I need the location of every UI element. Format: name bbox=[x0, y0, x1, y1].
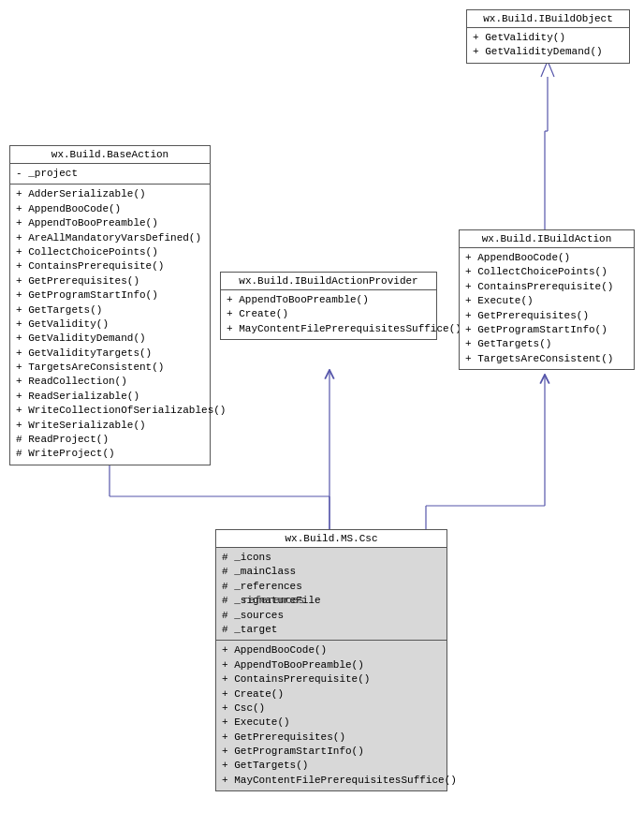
ms-csc-methods: + AppendBooCode() + AppendToBooPreamble(… bbox=[216, 641, 446, 790]
field-line: # _references bbox=[222, 580, 441, 594]
field-line: - _project bbox=[16, 167, 204, 181]
method-line: + Csc() bbox=[222, 701, 441, 716]
method-line: + GetPrerequisites() bbox=[16, 274, 204, 288]
ibuild-action-box: wx.Build.IBuildAction + AppendBooCode() … bbox=[459, 229, 635, 370]
method-line: + GetPrerequisites() bbox=[465, 309, 628, 323]
method-line: + ContainsPrerequisite() bbox=[16, 259, 204, 273]
method-line: + CollectChoicePoints() bbox=[16, 245, 204, 259]
method-line: + GetValidityDemand() bbox=[16, 332, 204, 346]
method-line: + GetProgramStartInfo() bbox=[16, 288, 204, 303]
method-line: + TargetsAreConsistent() bbox=[16, 361, 204, 375]
method-line: + WriteSerializable() bbox=[16, 419, 204, 433]
base-action-box: wx.Build.BaseAction - _project + AdderSe… bbox=[9, 145, 211, 465]
method-line: + ReadCollection() bbox=[16, 375, 204, 389]
ibuild-action-provider-box: wx.Build.IBuildActionProvider + AppendTo… bbox=[220, 272, 437, 340]
base-action-methods: + AdderSerializable() + AppendBooCode() … bbox=[10, 185, 210, 464]
method-line: + AppendBooCode() bbox=[222, 643, 441, 657]
field-line: # _target bbox=[222, 623, 441, 637]
ms-csc-title: wx.Build.MS.Csc bbox=[216, 530, 446, 548]
method-line: + ContainsPrerequisite() bbox=[222, 672, 441, 687]
method-line: + WriteCollectionOfSerializables() bbox=[16, 404, 204, 418]
ms-csc-box: wx.Build.MS.Csc # _icons # _mainClass # … bbox=[215, 529, 447, 791]
ibuild-action-provider-title: wx.Build.IBuildActionProvider bbox=[221, 273, 436, 290]
references-label: references bbox=[242, 595, 304, 606]
method-line: + GetProgramStartInfo() bbox=[465, 323, 628, 337]
method-line: + GetTargets() bbox=[465, 337, 628, 351]
method-line: + AppendToBooPreamble() bbox=[16, 216, 204, 230]
method-line: + ContainsPrerequisite() bbox=[465, 280, 628, 294]
method-line: + GetPrerequisites() bbox=[222, 731, 441, 745]
method-line: + AppendBooCode() bbox=[16, 202, 204, 216]
method-line: + AppendToBooPreamble() bbox=[227, 293, 431, 307]
method-line: + GetValidityDemand() bbox=[473, 45, 623, 59]
method-line: + GetTargets() bbox=[222, 759, 441, 773]
method-line: + ReadSerializable() bbox=[16, 390, 204, 404]
method-line: # ReadProject() bbox=[16, 433, 204, 447]
field-line: # _mainClass bbox=[222, 565, 441, 579]
ibuild-action-provider-methods: + AppendToBooPreamble() + Create() + May… bbox=[221, 290, 436, 339]
method-line: + AreAllMandatoryVarsDefined() bbox=[16, 231, 204, 245]
method-line: + GetValidity() bbox=[16, 318, 204, 332]
method-line: + MayContentFilePrerequisitesSuffice() bbox=[222, 774, 441, 788]
method-line: + AdderSerializable() bbox=[16, 187, 204, 201]
method-line: + GetTargets() bbox=[16, 303, 204, 318]
method-line: # WriteProject() bbox=[16, 447, 204, 461]
ibuild-object-methods: + GetValidity() + GetValidityDemand() bbox=[467, 28, 629, 63]
field-line: # _icons bbox=[222, 551, 441, 565]
ibuild-object-box: wx.Build.IBuildObject + GetValidity() + … bbox=[466, 9, 630, 64]
ibuild-action-methods: + AppendBooCode() + CollectChoicePoints(… bbox=[460, 248, 634, 369]
ibuild-object-title: wx.Build.IBuildObject bbox=[467, 10, 629, 28]
ibuild-action-title: wx.Build.IBuildAction bbox=[460, 230, 634, 248]
method-line: + AppendToBooPreamble() bbox=[222, 658, 441, 672]
method-line: + GetValidityTargets() bbox=[16, 347, 204, 361]
method-line: + MayContentFilePrerequisitesSuffice() bbox=[227, 322, 431, 336]
method-line: + Create() bbox=[222, 687, 441, 701]
base-action-title: wx.Build.BaseAction bbox=[10, 146, 210, 164]
method-line: + GetValidity() bbox=[473, 31, 623, 45]
method-line: + Execute() bbox=[465, 294, 628, 308]
method-line: + CollectChoicePoints() bbox=[465, 265, 628, 279]
base-action-fields: - _project bbox=[10, 164, 210, 185]
method-line: + GetProgramStartInfo() bbox=[222, 745, 441, 759]
method-line: + Execute() bbox=[222, 716, 441, 730]
method-line: + TargetsAreConsistent() bbox=[465, 352, 628, 366]
method-line: + AppendBooCode() bbox=[465, 251, 628, 265]
field-line: # _sources bbox=[222, 609, 441, 623]
method-line: + Create() bbox=[227, 307, 431, 321]
